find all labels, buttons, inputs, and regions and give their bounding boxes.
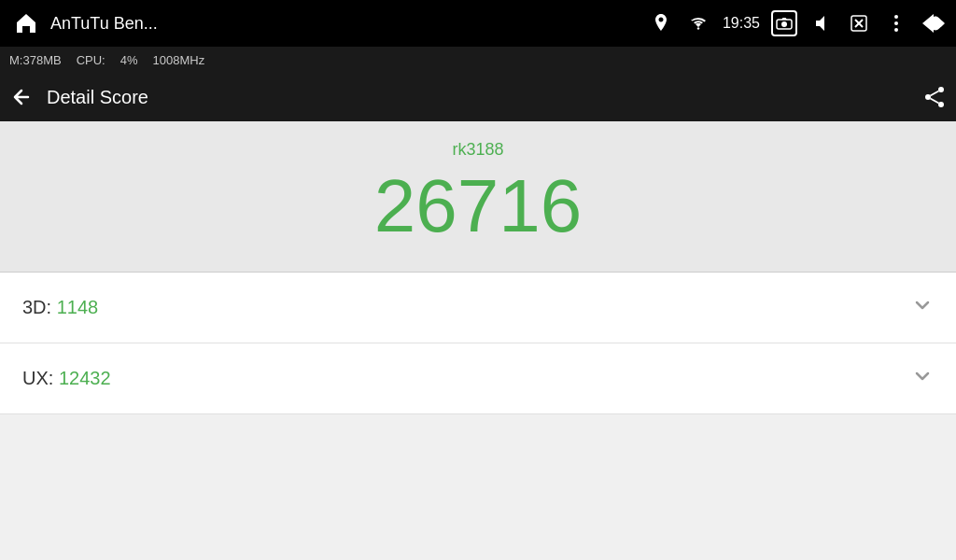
system-info-bar: M:378MB CPU: 4% 1008MHz — [0, 47, 956, 73]
svg-line-9 — [931, 99, 939, 104]
score-list: 3D: 1148 UX: 12432 — [0, 273, 956, 414]
score-item-3d[interactable]: 3D: 1148 — [0, 273, 956, 343]
wifi-icon — [685, 10, 711, 36]
status-bar: AnTuTu Ben... 19:35 — [0, 0, 956, 47]
score-label-3d: 3D: — [22, 297, 57, 318]
score-value-3d: 1148 — [57, 297, 99, 318]
cpu-freq: 1008MHz — [153, 53, 205, 67]
svg-line-8 — [931, 91, 939, 96]
svg-point-7 — [938, 102, 944, 107]
cpu-label: CPU: — [77, 53, 105, 67]
svg-point-1 — [781, 21, 787, 27]
chevron-down-icon-3d — [911, 294, 934, 322]
share-icon[interactable] — [922, 85, 947, 109]
chevron-down-icon-ux — [911, 365, 934, 393]
svg-point-5 — [938, 87, 944, 92]
camera-icon[interactable] — [771, 10, 797, 36]
score-label-ux: UX: — [22, 368, 59, 389]
memory-info: M:378MB — [9, 53, 62, 67]
score-value-ux: 12432 — [59, 368, 111, 389]
page-title: Detail Score — [47, 87, 922, 108]
more-options-icon[interactable] — [883, 10, 909, 36]
cpu-value: 4% — [120, 53, 138, 67]
score-item-ux[interactable]: UX: 12432 — [0, 343, 956, 414]
total-score: 26716 — [0, 169, 956, 244]
svg-point-6 — [925, 94, 931, 100]
back-button[interactable] — [9, 86, 35, 108]
location-icon — [648, 10, 674, 36]
action-bar: Detail Score — [0, 73, 956, 121]
device-name: rk3188 — [0, 140, 956, 160]
app-title: AnTuTu Ben... — [50, 14, 158, 34]
volume-icon[interactable] — [808, 10, 835, 36]
back-arrow-icon[interactable] — [921, 10, 947, 36]
status-bar-right: 19:35 — [648, 10, 947, 36]
status-time: 19:35 — [723, 15, 760, 32]
home-icon[interactable] — [9, 7, 43, 40]
status-bar-left: AnTuTu Ben... — [9, 7, 158, 40]
close-icon[interactable] — [846, 10, 872, 36]
score-header: rk3188 26716 — [0, 121, 956, 273]
